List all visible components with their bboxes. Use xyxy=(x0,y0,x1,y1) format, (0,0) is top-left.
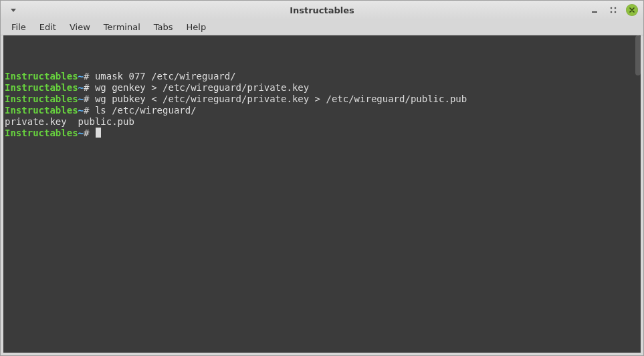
command-text: wg pubkey < /etc/wireguard/private.key >… xyxy=(95,94,467,104)
terminal-line: Instructables~# ls /etc/wireguard/ xyxy=(5,105,639,116)
prompt-path: ~ xyxy=(78,82,84,93)
prompt-host: Instructables xyxy=(5,82,78,93)
prompt-symbol: # xyxy=(84,71,95,81)
svg-point-5 xyxy=(615,11,617,13)
prompt-host: Instructables xyxy=(5,71,78,81)
terminal-line: private.key public.pub xyxy=(5,116,639,128)
minimize-button[interactable] xyxy=(588,4,601,16)
prompt-host: Instructables xyxy=(5,128,78,138)
menu-tabs[interactable]: Tabs xyxy=(148,21,179,33)
window-menu-icon[interactable] xyxy=(7,4,19,16)
command-text: wg genkey > /etc/wireguard/private.key xyxy=(95,82,309,93)
cursor xyxy=(96,128,101,138)
menu-help[interactable]: Help xyxy=(181,21,212,33)
menu-terminal[interactable]: Terminal xyxy=(98,21,146,33)
prompt-symbol: # xyxy=(84,94,95,104)
svg-rect-1 xyxy=(592,11,597,13)
prompt-host: Instructables xyxy=(5,94,78,104)
scrollbar-thumb[interactable] xyxy=(635,35,641,75)
terminal-window: Instructables File Edit View Terminal Ta… xyxy=(0,0,644,356)
window-title: Instructables xyxy=(1,5,643,15)
terminal[interactable]: Instructables~# umask 077 /etc/wireguard… xyxy=(3,35,641,353)
prompt-path: ~ xyxy=(78,94,84,104)
titlebar[interactable]: Instructables xyxy=(1,1,643,19)
prompt-path: ~ xyxy=(78,71,84,81)
command-text: ls /etc/wireguard/ xyxy=(95,105,197,116)
menu-view[interactable]: View xyxy=(64,21,96,33)
maximize-button[interactable] xyxy=(607,4,619,16)
menu-file[interactable]: File xyxy=(6,21,31,33)
prompt-host: Instructables xyxy=(5,105,78,116)
terminal-container: Instructables~# umask 077 /etc/wireguard… xyxy=(1,35,643,355)
output-text: private.key public.pub xyxy=(5,116,134,127)
terminal-line: Instructables~# xyxy=(5,128,639,139)
prompt-path: ~ xyxy=(78,128,84,138)
svg-marker-0 xyxy=(11,9,16,12)
terminal-line: Instructables~# umask 077 /etc/wireguard… xyxy=(5,71,639,82)
svg-point-4 xyxy=(611,11,613,13)
prompt-symbol: # xyxy=(84,82,95,93)
command-text: umask 077 /etc/wireguard/ xyxy=(95,71,236,81)
menu-edit[interactable]: Edit xyxy=(34,21,62,33)
prompt-symbol: # xyxy=(84,105,95,116)
terminal-line: Instructables~# wg genkey > /etc/wiregua… xyxy=(5,82,639,94)
terminal-line: Instructables~# wg pubkey < /etc/wiregua… xyxy=(5,94,639,105)
menubar: File Edit View Terminal Tabs Help xyxy=(1,19,643,35)
prompt-path: ~ xyxy=(78,105,84,116)
prompt-symbol: # xyxy=(84,128,95,138)
svg-point-3 xyxy=(615,7,617,9)
svg-point-2 xyxy=(611,7,613,9)
close-button[interactable] xyxy=(626,4,638,16)
